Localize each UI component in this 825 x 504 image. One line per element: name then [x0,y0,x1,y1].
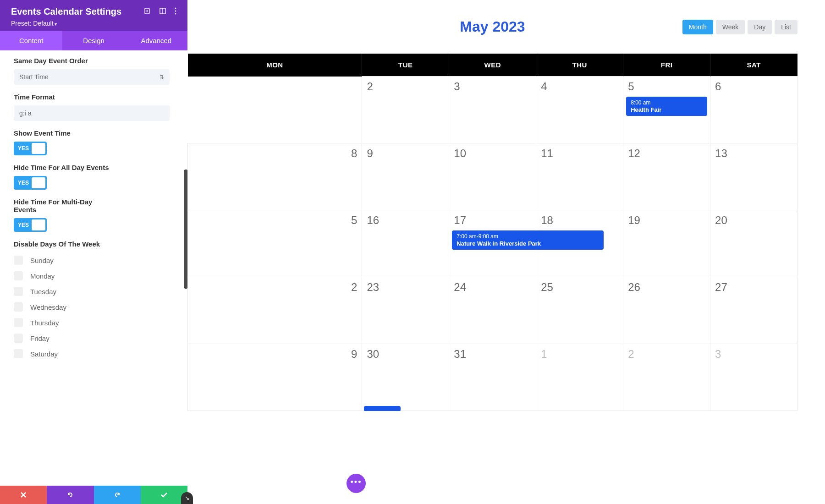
calendar-cell[interactable]: 3 [710,344,798,411]
calendar-cell[interactable]: 5 [188,210,362,277]
day-number: 4 [541,80,618,93]
calendar-cell[interactable]: 9 [362,143,449,210]
tab-content[interactable]: Content [0,31,62,50]
day-header: THU [536,54,623,77]
settings-panel: Events Calendar Settings Preset: Default… [0,0,187,411]
day-number: 11 [541,147,618,160]
day-number: 1 [541,348,618,361]
event-time: 8:00 am [631,99,703,106]
preset-dropdown[interactable]: Preset: Default [11,20,176,27]
same-day-order-select[interactable]: Start Time [14,69,170,85]
calendar-cell[interactable]: 2 [623,344,710,411]
calendar-cell[interactable]: 4 [536,77,623,143]
checkbox[interactable] [14,271,23,280]
show-event-time-toggle[interactable]: YES [14,142,47,155]
day-number: 5 [628,80,705,93]
calendar-cell[interactable]: 25 [536,277,623,344]
calendar-cell[interactable]: 2 [188,277,362,344]
checkbox-row-monday[interactable]: Monday [14,268,174,284]
calendar-cell[interactable]: 1 [536,344,623,411]
calendar-cell[interactable]: 58:00 amHealth Fair [623,77,710,143]
calendar-cell[interactable]: 9 [188,344,362,411]
day-header: FRI [623,54,710,77]
checkbox-label: Thursday [30,319,59,327]
hide-multi-day-label: Hide Time For Multi-Day Events [14,198,105,214]
event-item[interactable] [364,406,401,411]
day-header: SAT [710,54,798,77]
calendar-cell[interactable]: 27 [710,277,798,344]
checkbox-row-friday[interactable]: Friday [14,330,174,346]
view-day[interactable]: Day [748,20,772,34]
calendar-cell[interactable]: 13 [710,143,798,210]
event-title: Health Fair [631,106,703,113]
calendar-cell[interactable]: 23 [362,277,449,344]
tab-design[interactable]: Design [62,31,125,50]
time-format-label: Time Format [14,93,174,101]
checkbox-row-thursday[interactable]: Thursday [14,315,174,330]
day-number: 27 [715,281,792,294]
checkbox[interactable] [14,349,23,358]
event-item[interactable]: 7:00 am-9:00 amNature Walk in Riverside … [452,230,604,250]
day-number: 3 [715,348,792,361]
columns-icon[interactable] [159,7,166,16]
checkbox-row-wednesday[interactable]: Wednesday [14,299,174,315]
calendar-cell[interactable]: 16 [362,210,449,277]
view-switcher: Month Week Day List [682,20,798,34]
tab-advanced[interactable]: Advanced [125,31,187,50]
day-number: 25 [541,281,618,294]
view-list[interactable]: List [775,20,798,34]
hide-all-day-label: Hide Time For All Day Events [14,164,174,171]
checkbox-label: Friday [30,334,50,342]
expand-icon[interactable] [143,7,151,16]
calendar-cell[interactable]: 26 [623,277,710,344]
calendar-cell[interactable]: 20 [710,210,798,277]
calendar-cell[interactable]: 12 [623,143,710,210]
hide-multi-day-toggle[interactable]: YES [14,218,47,232]
calendar-cell[interactable]: 177:00 am-9:00 amNature Walk in Riversid… [449,210,536,277]
day-number: 20 [715,214,792,227]
calendar-cell[interactable]: 24 [449,277,536,344]
checkbox[interactable] [14,302,23,312]
hide-all-day-toggle[interactable]: YES [14,176,47,190]
day-number: 2 [367,80,444,93]
checkbox[interactable] [14,334,23,343]
show-event-time-label: Show Event Time [14,129,174,137]
calendar-cell[interactable]: 30 [362,344,449,411]
day-number: 18 [541,214,618,227]
checkbox-row-sunday[interactable]: Sunday [14,252,174,268]
checkbox[interactable] [14,287,23,296]
day-header: TUE [362,54,449,77]
calendar-title: May 2023 [460,18,525,35]
calendar-cell[interactable]: 8 [188,143,362,210]
day-number: 30 [367,348,444,361]
same-day-order-label: Same Day Event Order [14,57,174,65]
panel-body[interactable]: Same Day Event Order Start Time Time For… [0,50,187,411]
day-header: WED [449,54,536,77]
day-number: 13 [715,147,792,160]
scrollbar-thumb[interactable] [184,170,187,289]
view-week[interactable]: Week [716,20,745,34]
more-icon[interactable] [175,7,176,16]
day-number: 24 [454,281,531,294]
day-number: 9 [188,348,357,361]
event-item[interactable]: 8:00 amHealth Fair [626,97,707,116]
day-number: 17 [454,214,531,227]
calendar-cell[interactable]: 2 [362,77,449,143]
checkbox[interactable] [14,318,23,327]
checkbox-row-tuesday[interactable]: Tuesday [14,284,174,299]
calendar-cell[interactable]: 31 [449,344,536,411]
day-header: MON [188,54,362,77]
calendar-cell[interactable] [188,77,362,143]
calendar-cell[interactable]: 6 [710,77,798,143]
checkbox[interactable] [14,256,23,265]
day-number: 3 [454,80,531,93]
calendar-area: May 2023 Month Week Day List MONTUEWEDTH… [187,0,825,411]
calendar-cell[interactable]: 10 [449,143,536,210]
view-month[interactable]: Month [682,20,713,34]
calendar-cell[interactable]: 3 [449,77,536,143]
calendar-cell[interactable]: 19 [623,210,710,277]
day-number: 10 [454,147,531,160]
checkbox-row-saturday[interactable]: Saturday [14,346,174,362]
calendar-cell[interactable]: 11 [536,143,623,210]
time-format-input[interactable] [14,105,170,121]
